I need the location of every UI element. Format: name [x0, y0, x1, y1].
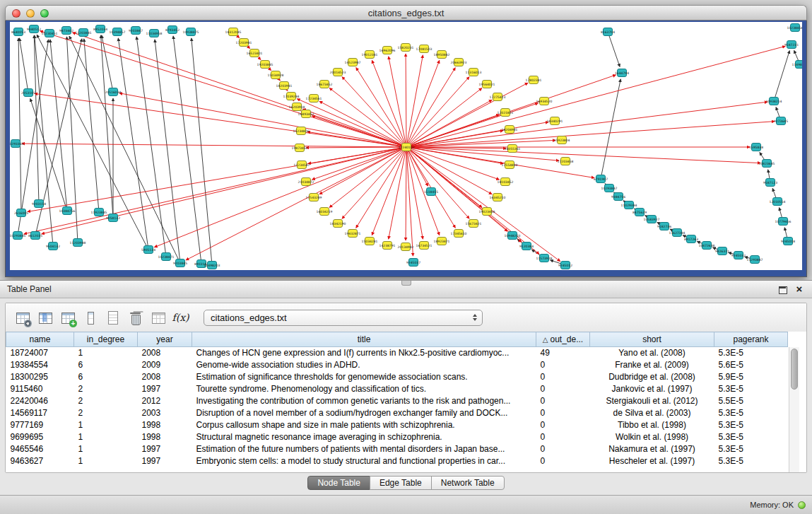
- cell-in_degree[interactable]: 2: [74, 395, 138, 407]
- cell-pagerank[interactable]: 5.3E-5: [714, 383, 788, 395]
- graph-node[interactable]: 11316013: [466, 69, 482, 76]
- graph-node[interactable]: 11029384: [621, 201, 637, 209]
- graph-edge[interactable]: [406, 147, 760, 163]
- cell-pagerank[interactable]: 5.6E-5: [714, 359, 788, 371]
- cell-year[interactable]: 1998: [138, 431, 192, 443]
- graph-edge[interactable]: [406, 102, 767, 147]
- graph-edge[interactable]: [37, 35, 148, 250]
- graph-node[interactable]: 9587123: [763, 179, 777, 187]
- cell-in_degree[interactable]: 6: [74, 359, 138, 371]
- graph-node[interactable]: 16934520: [536, 98, 553, 105]
- table-row[interactable]: 1456911722003Disruption of a novel membe…: [6, 407, 788, 419]
- cell-in_degree[interactable]: 1: [74, 419, 138, 431]
- graph-edge[interactable]: [406, 147, 413, 256]
- graph-node[interactable]: 10384756: [59, 207, 76, 215]
- graph-node[interactable]: 15034281: [362, 238, 378, 245]
- graph-node[interactable]: 16345210: [490, 194, 506, 201]
- cell-pagerank[interactable]: 5.5E-5: [714, 395, 788, 407]
- table-row[interactable]: 977716911998Corpus callosum shape and si…: [6, 419, 788, 431]
- cell-title[interactable]: Estimation of the future numbers of pati…: [192, 443, 536, 455]
- cell-year[interactable]: 1997: [138, 383, 192, 395]
- cell-in_degree[interactable]: 1: [74, 347, 138, 359]
- cell-name[interactable]: 9777169: [6, 419, 74, 431]
- graph-edge[interactable]: [73, 33, 406, 147]
- graph-node[interactable]: 11203845: [76, 29, 92, 37]
- function-builder-icon[interactable]: f(x): [171, 308, 190, 327]
- cell-year[interactable]: 2008: [138, 347, 192, 359]
- cell-year[interactable]: 2003: [138, 407, 192, 419]
- cell-title[interactable]: Genome-wide association studies in ADHD.: [192, 359, 536, 371]
- graph-node[interactable]: 9873402: [59, 27, 73, 35]
- cell-title[interactable]: Structural magnetic resonance image aver…: [192, 431, 536, 443]
- graph-node[interactable]: 10583927: [644, 216, 660, 223]
- graph-node[interactable]: 2053105: [21, 89, 35, 97]
- graph-node[interactable]: 8952034: [93, 25, 107, 33]
- cell-short[interactable]: Stergiakouli et al. (2012): [590, 395, 714, 407]
- graph-node[interactable]: 9120384: [519, 243, 534, 250]
- graph-node[interactable]: 9245012: [558, 262, 572, 269]
- cell-title[interactable]: Estimation of significance thresholds fo…: [192, 371, 536, 383]
- cell-out_de[interactable]: 0: [536, 395, 590, 407]
- column-header-short[interactable]: short: [590, 332, 714, 347]
- graph-node[interactable]: 17081503: [416, 45, 433, 53]
- table-row[interactable]: 911546021997Tourette syndrome. Phenomeno…: [6, 383, 788, 395]
- graph-node[interactable]: 16962096: [379, 47, 396, 54]
- cell-in_degree[interactable]: 2: [74, 383, 138, 395]
- graph-edge[interactable]: [118, 38, 148, 250]
- graph-node[interactable]: 19873452: [292, 144, 308, 152]
- panel-drag-handle[interactable]: [401, 281, 411, 286]
- graph-node[interactable]: 1518455: [424, 188, 438, 196]
- cell-name[interactable]: 18300295: [6, 371, 74, 383]
- graph-node[interactable]: 15673421: [466, 220, 482, 228]
- cell-name[interactable]: 18724007: [6, 347, 74, 359]
- graph-node[interactable]: 11293847: [747, 256, 763, 264]
- graph-edge[interactable]: [406, 122, 548, 147]
- graph-edge[interactable]: [19, 38, 28, 93]
- graph-node[interactable]: 5905134: [141, 246, 155, 254]
- cell-title[interactable]: Embryonic stem cells: a model to study s…: [192, 455, 536, 467]
- cell-out_de[interactable]: 0: [536, 455, 590, 467]
- graph-edge[interactable]: [406, 122, 775, 147]
- cell-year[interactable]: 1997: [138, 455, 192, 467]
- graph-node[interactable]: 19432871: [345, 230, 361, 238]
- cell-in_degree[interactable]: 1: [74, 431, 138, 443]
- graph-edge[interactable]: [406, 147, 406, 240]
- graph-node[interactable]: 16734521: [416, 242, 433, 250]
- cell-title[interactable]: Disruption of a novel member of a sodium…: [192, 407, 536, 419]
- network-selector-dropdown[interactable]: citations_edges.txt: [204, 310, 483, 326]
- graph-node[interactable]: 10238456: [787, 24, 802, 32]
- column-header-title[interactable]: title: [192, 332, 536, 347]
- column-header-name[interactable]: name: [6, 332, 74, 347]
- zoom-window-button[interactable]: [40, 9, 49, 18]
- graph-node[interactable]: 6791907: [594, 175, 608, 183]
- cell-name[interactable]: 22420046: [6, 395, 74, 407]
- graph-node[interactable]: 10938475: [183, 28, 199, 36]
- cell-name[interactable]: 9463627: [6, 455, 74, 467]
- graph-node[interactable]: 10238471: [158, 253, 175, 261]
- graph-edge[interactable]: [406, 54, 406, 147]
- cell-in_degree[interactable]: 1: [74, 443, 138, 455]
- cell-title[interactable]: Tourette syndrome. Phenomenology and cla…: [192, 383, 536, 395]
- graph-node[interactable]: 17543289: [306, 194, 322, 201]
- cell-out_de[interactable]: 0: [536, 419, 590, 431]
- graph-edge[interactable]: [774, 51, 789, 101]
- graph-node[interactable]: 16523401: [247, 49, 263, 57]
- tab-network-table[interactable]: Network Table: [431, 476, 505, 490]
- graph-node[interactable]: 9245018: [781, 238, 795, 245]
- graph-node[interactable]: 20663923: [451, 59, 467, 66]
- cell-year[interactable]: 1998: [138, 419, 192, 431]
- table-row[interactable]: 969969511998Structural magnetic resonanc…: [6, 431, 788, 443]
- show-columns-icon[interactable]: [35, 308, 54, 327]
- cell-title[interactable]: Corpus callosum shape and size in male p…: [192, 419, 536, 431]
- graph-node[interactable]: 10948203: [505, 232, 521, 240]
- graph-node[interactable]: 20014523: [330, 69, 346, 76]
- graph-node[interactable]: 18103452: [498, 178, 514, 186]
- cell-pagerank[interactable]: 5.3E-5: [714, 443, 788, 455]
- graph-node[interactable]: 11034958: [146, 30, 163, 37]
- graph-node[interactable]: 16893452: [298, 110, 314, 118]
- graph-node[interactable]: 8640053: [11, 28, 25, 36]
- graph-node[interactable]: 9245037: [406, 259, 420, 267]
- column-header-out_de[interactable]: △out_de...: [536, 332, 590, 347]
- cell-in_degree[interactable]: 2: [74, 407, 138, 419]
- graph-node[interactable]: 11923845: [91, 209, 107, 216]
